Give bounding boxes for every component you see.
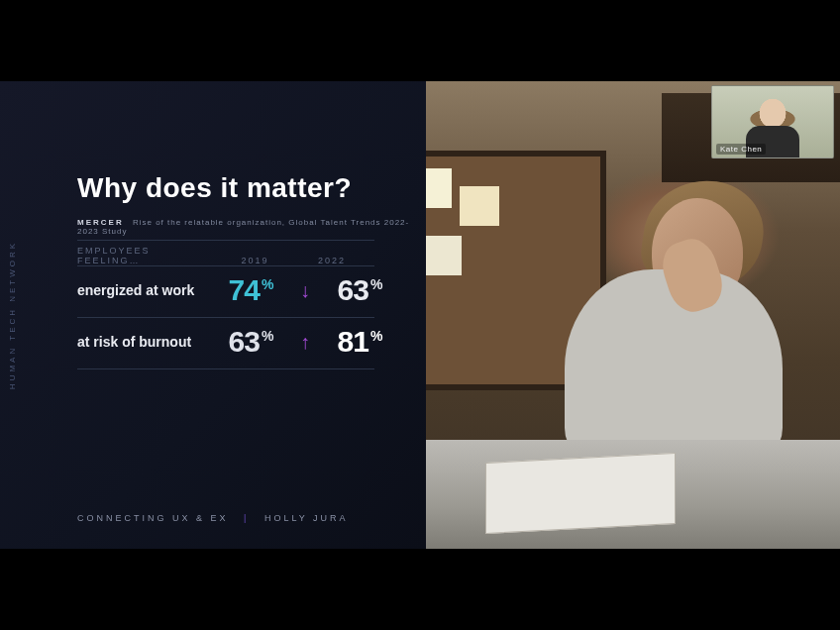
trend-arrow-up-icon: ↑ <box>293 331 317 354</box>
table-row: energized at work 74% ↓ 63% <box>77 273 402 307</box>
slide-side-label: HUMAN TECH NETWORK <box>8 241 17 389</box>
slide-source: MERCER Rise of the relatable organizatio… <box>77 218 426 236</box>
col-label-metric: EMPLOYEES FEELING… <box>77 246 208 265</box>
photo-sticky-note <box>426 236 462 275</box>
photo-sticky-note <box>426 168 452 208</box>
value-2022: 63% <box>317 273 402 307</box>
metric-label: at risk of burnout <box>77 334 208 350</box>
col-label-2022: 2022 <box>302 256 362 265</box>
value-2019: 74% <box>208 273 293 307</box>
table-row: at risk of burnout 63% ↑ 81% <box>77 325 402 359</box>
slide-footer: CONNECTING UX & EX | HOLLY JURA <box>77 513 349 523</box>
metric-label: energized at work <box>77 282 208 298</box>
col-label-2019: 2019 <box>213 256 298 265</box>
participant-video-tile[interactable]: Kate Chen <box>711 85 834 158</box>
value-2022: 81% <box>317 325 402 359</box>
value-2019: 63% <box>208 325 293 359</box>
divider <box>77 317 374 318</box>
slide-title: Why does it matter? <box>77 172 352 204</box>
trend-arrow-down-icon: ↓ <box>293 279 317 302</box>
divider <box>77 368 374 369</box>
participant-name-badge: Kate Chen <box>716 144 766 155</box>
footer-separator: | <box>244 513 249 523</box>
divider <box>77 265 374 266</box>
shared-screen-video[interactable]: HUMAN TECH NETWORK Why does it matter? M… <box>0 81 840 549</box>
presentation-slide: HUMAN TECH NETWORK Why does it matter? M… <box>0 81 426 549</box>
divider <box>77 240 374 241</box>
footer-right: HOLLY JURA <box>264 513 349 523</box>
source-brand: MERCER <box>77 218 124 227</box>
screenshot-root: { "participant": { "name": "Kate Chen" }… <box>0 0 840 630</box>
footer-left: CONNECTING UX & EX <box>77 513 229 523</box>
table-header: EMPLOYEES FEELING… 2019 2022 <box>77 246 362 265</box>
photo-sticky-note <box>460 186 499 226</box>
source-note: Rise of the relatable organization, Glob… <box>77 218 409 236</box>
photo-paper <box>485 453 676 534</box>
